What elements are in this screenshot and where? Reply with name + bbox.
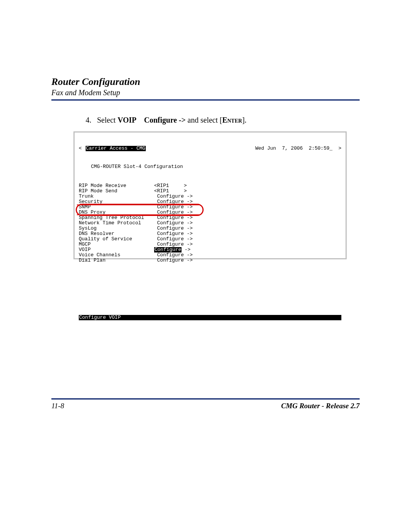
config-row: DNS Resolver Configure ->	[79, 231, 341, 236]
terminal-title-bar: < Carrier Access - CMG Wed Jun 7, 2006 2…	[79, 146, 341, 151]
config-row: DNS Proxy Configure ->	[79, 210, 341, 215]
config-row: Voice Channels Configure ->	[79, 252, 341, 258]
config-row-label: Quality of Service	[79, 236, 154, 242]
config-row-label: SNMP	[79, 204, 154, 210]
config-row: SNMP Configure ->	[79, 204, 341, 210]
config-row-value: Configure ->	[154, 258, 193, 263]
config-row: VOIPConfigure ->	[79, 247, 341, 252]
config-row-label: DNS Proxy	[79, 210, 154, 215]
config-row: RIP Mode Send<RIP1 >	[79, 189, 341, 194]
config-row: Spanning Tree Protocol Configure ->	[79, 215, 341, 220]
config-row-label: Dial Plan	[79, 258, 154, 263]
config-row-value: Configure ->	[154, 236, 193, 242]
config-row: MGCP Configure ->	[79, 242, 341, 247]
config-row-tail: ->	[182, 247, 190, 252]
step-prefix: Select	[97, 116, 118, 124]
document-page: Router Configuration Fax and Modem Setup…	[0, 0, 411, 532]
page-footer: 11-8 CMG Router - Release 2.7	[51, 398, 360, 410]
timestamp-text: Wed Jun 7, 2006 2:50:59_	[255, 145, 333, 151]
step-bold-voip: VOIP	[118, 116, 137, 124]
config-row-value: Configure ->	[154, 231, 193, 236]
status-text: Configure VOIP	[79, 315, 121, 320]
config-row-value: <RIP1 >	[154, 183, 187, 189]
scroll-right-indicator: >	[338, 145, 341, 151]
terminal: < Carrier Access - CMG Wed Jun 7, 2006 2…	[76, 134, 344, 257]
config-row-value: Configure ->	[154, 210, 193, 215]
config-row-label: RIP Mode Send	[79, 189, 154, 194]
step-mid: and select [	[188, 116, 222, 124]
terminal-screenshot: < Carrier Access - CMG Wed Jun 7, 2006 2…	[73, 131, 347, 259]
config-row-label: SysLog	[79, 226, 154, 231]
config-row-label: VOIP	[79, 247, 154, 252]
config-rows: RIP Mode Receive<RIP1 >RIP Mode Send<RIP…	[79, 183, 341, 263]
page-title: Router Configuration	[51, 76, 360, 88]
page-subtitle: Fax and Modem Setup	[51, 88, 360, 97]
step-enter: Enter	[222, 116, 242, 124]
page-number: 11-8	[51, 402, 64, 410]
config-row: Quality of Service Configure ->	[79, 236, 341, 242]
config-row-label: Trunk	[79, 194, 154, 199]
config-row: Security Configure ->	[79, 199, 341, 204]
step-number: 4.	[86, 116, 91, 124]
terminal-banner: Carrier Access - CMG	[86, 146, 146, 151]
config-row-value: Configure ->	[154, 194, 193, 199]
config-row-value: Configure ->	[154, 220, 193, 226]
config-row: SysLog Configure ->	[79, 226, 341, 231]
step-bold-configure: Configure ->	[144, 116, 185, 124]
config-row-value: Configure ->	[154, 204, 193, 210]
instruction-step: 4. Select VOIP Configure -> and select […	[86, 116, 360, 125]
config-row-value: <RIP1 >	[154, 189, 187, 194]
config-row-label: Voice Channels	[79, 252, 154, 258]
config-row-label: Network Time Protocol	[79, 220, 154, 226]
terminal-status-bar: Configure VOIP	[79, 315, 341, 320]
release-label: CMG Router - Release 2.7	[281, 402, 360, 410]
config-row-value: Configure ->	[154, 226, 193, 231]
config-row: Network Time Protocol Configure ->	[79, 220, 341, 226]
config-row-value: Configure ->	[154, 242, 193, 247]
config-row-value: Configure ->	[154, 199, 193, 204]
terminal-timestamp: Wed Jun 7, 2006 2:50:59_ >	[255, 146, 341, 151]
config-row-label: DNS Resolver	[79, 231, 154, 236]
config-row-label: Spanning Tree Protocol	[79, 215, 154, 220]
config-row-label: MGCP	[79, 242, 154, 247]
config-row-label: RIP Mode Receive	[79, 183, 154, 189]
config-row: Trunk Configure ->	[79, 194, 341, 199]
config-row-value: Configure ->	[154, 215, 193, 220]
step-suffix: ].	[242, 116, 247, 124]
scroll-left-indicator: <	[79, 146, 82, 151]
header-rule	[51, 99, 360, 101]
footer-rule	[51, 398, 360, 399]
config-row: RIP Mode Receive<RIP1 >	[79, 183, 341, 189]
config-row-value-selected[interactable]: Configure	[154, 247, 182, 252]
terminal-subtitle: CMG-ROUTER Slot-4 Configuration	[91, 164, 341, 169]
config-row-value: Configure ->	[154, 252, 193, 258]
config-row: Dial Plan Configure ->	[79, 258, 341, 263]
config-row-label: Security	[79, 199, 154, 204]
